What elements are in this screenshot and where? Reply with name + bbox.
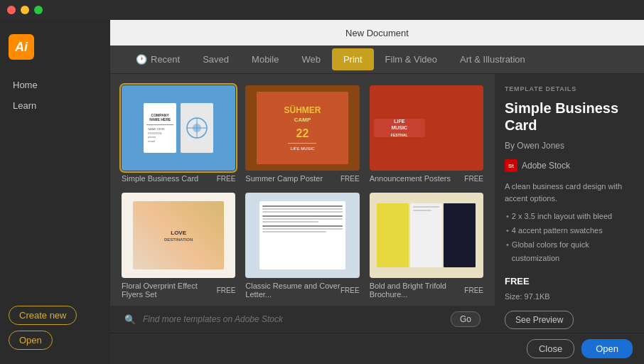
sidebar-buttons: Create new Open [9,294,102,350]
template-thumb-trifold [370,193,483,278]
detail-bullets: • 2 x 3.5 inch layout with bleed • 4 acc… [505,210,634,266]
right-column: New Document 🕐 Recent Saved Mobile Web P… [110,20,644,364]
template-business-card[interactable]: COMPANYNAME HERE NAME HEREPOSITIONphonee… [122,85,235,183]
sidebar-item-home[interactable]: Home [9,77,102,93]
title-bar [0,0,644,20]
bullet-dot-1: • [506,210,509,224]
close-button[interactable] [7,6,16,14]
template-badge-trifold: FREE [464,287,483,294]
card-front: COMPANYNAME HERE NAME HEREPOSITIONphonee… [144,103,176,153]
template-badge-resume: FREE [340,287,360,294]
template-label-trifold: Bold and Bright Trifold Brochure... FREE [370,282,483,299]
template-label-summer-camp: Summer Camp Poster FREE [245,174,359,183]
search-input[interactable] [143,314,444,324]
sidebar: Ai Home Learn Create new Open [0,20,110,364]
template-floral[interactable]: LOVE DESTINATION Floral Overprint Effect… [122,193,235,299]
template-summer-camp[interactable]: SÜHMER CAMP 22 LIFE MUSIC Summer Camp Po… [245,85,359,183]
card-back [181,103,213,153]
templates-grid: COMPANYNAME HERE NAME HEREPOSITIONphonee… [122,85,483,306]
detail-title: Simple Business Card [505,100,634,134]
template-name-resume: Classic Resume and Cover Letter... [245,282,340,299]
search-icon: 🔍 [124,314,136,325]
template-trifold[interactable]: Bold and Bright Trifold Brochure... FREE [370,193,483,299]
trifold-panel-1 [377,203,409,267]
tab-web[interactable]: Web [290,48,332,70]
detail-size: Size: 97.1KB [505,292,634,301]
detail-bullet-text-2: 4 accent pattern swatches [512,224,603,238]
trifold-panel-2 [410,203,442,267]
template-name-business-card: Simple Business Card [122,174,198,183]
template-name-announcement: Announcement Posters [370,174,451,183]
detail-bullet-text-3: Global colors for quick customization [512,238,634,267]
detail-section-label: TEMPLATE DETAILS [505,85,634,92]
adobe-stock-label: Adobe Stock [522,161,570,171]
detail-bullet-text-1: 2 x 3.5 inch layout with bleed [512,210,612,224]
tab-art-illustration[interactable]: Art & Illustration [449,48,537,70]
sidebar-item-learn[interactable]: Learn [9,97,102,114]
template-name-summer-camp: Summer Camp Poster [245,174,323,183]
template-name-floral: Floral Overprint Effect Flyers Set [122,282,217,299]
template-announcement[interactable]: LIFEMUSICFESTIVAL Announcement Posters F… [370,85,483,183]
tab-print[interactable]: Print [332,48,374,70]
template-resume[interactable]: Classic Resume and Cover Letter... FREE [245,193,359,299]
detail-author: By Owen Jones [505,141,634,151]
tab-mobile[interactable]: Mobile [240,48,290,70]
template-label-resume: Classic Resume and Cover Letter... FREE [245,282,359,299]
detail-price: FREE [505,276,634,287]
template-badge-floral: FREE [217,287,236,294]
template-thumb-announcement: LIFEMUSICFESTIVAL [370,85,483,171]
close-button[interactable]: Close [527,339,574,358]
tab-bar: 🕐 Recent Saved Mobile Web Print Film & V… [110,46,644,74]
bullet-dot-3: • [506,238,509,267]
create-new-button[interactable]: Create new [9,306,77,325]
detail-bullet-3: • Global colors for quick customization [506,238,634,267]
templates-grid-section: COMPANYNAME HERE NAME HEREPOSITIONphonee… [110,74,495,306]
template-badge-announcement: FREE [464,175,483,183]
app-window: Ai Home Learn Create new Open New Docume… [0,20,644,364]
template-label-business-card: Simple Business Card FREE [122,174,235,183]
template-thumb-resume [245,193,359,278]
clock-icon: 🕐 [136,54,147,65]
bullet-dot-2: • [506,224,509,238]
adobe-stock-logo: St [505,159,517,172]
floral-inner: LOVE DESTINATION [133,201,224,269]
dialog-title: New Document [345,28,409,38]
template-thumb-floral: LOVE DESTINATION [122,193,235,278]
see-preview-button[interactable]: See Preview [505,311,574,329]
template-thumb-business-card: COMPANYNAME HERE NAME HEREPOSITIONphonee… [122,85,235,171]
tab-film-video[interactable]: Film & Video [374,48,449,70]
template-name-trifold: Bold and Bright Trifold Brochure... [370,282,465,299]
template-thumb-summer-camp: SÜHMER CAMP 22 LIFE MUSIC [245,85,359,171]
detail-bullet-1: • 2 x 3.5 inch layout with bleed [506,210,634,224]
minimize-button[interactable] [21,6,29,14]
summer-camp-inner: SÜHMER CAMP 22 LIFE MUSIC [257,92,348,164]
detail-description: A clean business card design with accent… [505,181,634,204]
trifold-panel-3 [444,203,476,267]
tab-saved[interactable]: Saved [191,48,240,70]
app-logo: Ai [9,34,34,60]
templates-column: COMPANYNAME HERE NAME HEREPOSITIONphonee… [110,74,495,333]
dialog-header: New Document [110,20,644,46]
tab-recent[interactable]: 🕐 Recent [124,48,191,70]
go-button[interactable]: Go [451,311,481,327]
open-action-button[interactable]: Open [581,339,633,358]
template-label-floral: Floral Overprint Effect Flyers Set FREE [122,282,235,299]
detail-stock: St Adobe Stock [505,159,634,172]
content-area: COMPANYNAME HERE NAME HEREPOSITIONphonee… [110,74,644,333]
template-badge-business-card: FREE [217,175,236,183]
resume-inner [259,201,345,269]
detail-panel: TEMPLATE DETAILS Simple Business Card By… [495,74,644,333]
open-button[interactable]: Open [9,331,53,350]
template-label-announcement: Announcement Posters FREE [370,174,483,183]
search-bar: 🔍 Go [110,306,495,333]
maximize-button[interactable] [34,6,43,14]
detail-bullet-2: • 4 accent pattern swatches [506,224,634,238]
sidebar-nav: Home Learn [9,77,102,294]
template-badge-summer-camp: FREE [340,175,360,183]
bottom-bar: Close Open [110,333,644,364]
